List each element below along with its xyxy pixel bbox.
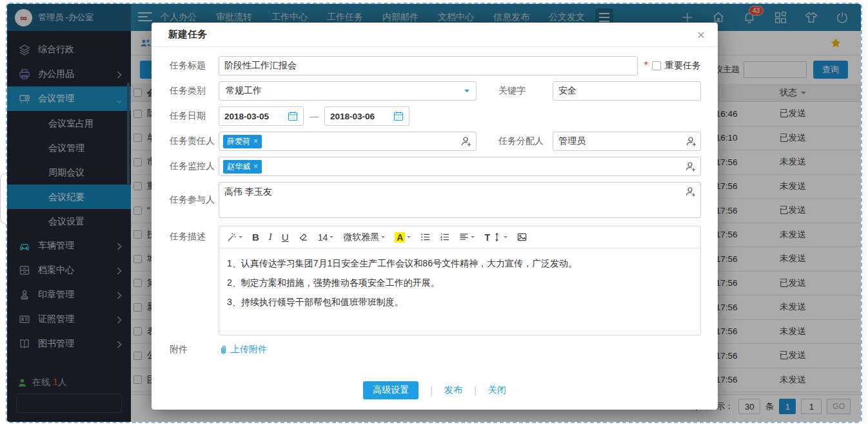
- monitor-tag: 赵华威×: [223, 160, 262, 174]
- close-button[interactable]: 关闭: [488, 384, 506, 396]
- footer-separator: |: [430, 385, 433, 395]
- important-task-label: 重要任务: [665, 60, 701, 72]
- bullet-list-icon[interactable]: [420, 232, 430, 242]
- font-size-select[interactable]: 14: [318, 232, 334, 243]
- font-color-button[interactable]: A: [395, 232, 411, 243]
- paperclip-icon: [219, 345, 228, 355]
- advanced-settings-button[interactable]: 高级设置: [363, 381, 419, 399]
- assigner-label: 任务分配人: [498, 135, 553, 147]
- close-icon[interactable]: ×: [697, 28, 705, 41]
- modal-title: 新建任务: [168, 28, 207, 41]
- date-range-separator: —: [310, 111, 319, 121]
- footer-separator: |: [474, 385, 477, 395]
- keyword-label: 关键字: [498, 85, 553, 97]
- task-title-input[interactable]: [219, 56, 638, 75]
- owner-tag: 薛爱荷×: [223, 135, 262, 148]
- end-date-input[interactable]: 2018-03-06: [324, 106, 409, 126]
- assigner-input[interactable]: [553, 132, 701, 151]
- category-label: 任务类别: [170, 85, 219, 97]
- important-task-checkbox[interactable]: [652, 61, 661, 70]
- sidebar-collapse-handle[interactable]: [0, 173, 6, 224]
- owner-picker[interactable]: 薛爱荷×: [219, 132, 477, 151]
- format-wand-icon[interactable]: [227, 232, 242, 242]
- italic-button[interactable]: I: [269, 232, 272, 243]
- font-family-select[interactable]: 微软雅黑: [343, 232, 385, 243]
- category-select[interactable]: 常规工作: [219, 81, 477, 101]
- new-task-modal: 新建任务 × 任务标题 * 重要任务 任务类别 常规工作 关键字: [152, 23, 718, 410]
- bold-button[interactable]: B: [252, 232, 259, 243]
- numbered-list-icon[interactable]: [440, 232, 449, 242]
- tag-close-icon[interactable]: ×: [253, 137, 258, 146]
- description-label: 任务描述: [170, 226, 219, 243]
- start-date-input[interactable]: 2018-03-05: [219, 106, 304, 126]
- task-title-label: 任务标题: [170, 60, 219, 72]
- underline-button[interactable]: U: [282, 232, 289, 243]
- align-select[interactable]: [459, 232, 475, 242]
- calendar-icon[interactable]: [393, 111, 404, 121]
- person-add-icon[interactable]: [685, 186, 696, 197]
- participants-picker[interactable]: 高伟 李玉友: [219, 182, 701, 218]
- rich-text-editor: B I U 14 微软雅黑 A T 1、认真传达学习集团7: [219, 226, 701, 335]
- person-add-icon[interactable]: [460, 135, 472, 147]
- monitor-picker[interactable]: 赵华威×: [219, 157, 701, 176]
- upload-attachment-link[interactable]: 上传附件: [219, 344, 267, 355]
- description-content[interactable]: 1、认真传达学习集团7月1日安全生产工作会议和86号文件精神，大力宣传，广泛发动…: [219, 248, 700, 335]
- attachment-label: 附件: [170, 344, 219, 355]
- person-add-icon[interactable]: [686, 135, 697, 147]
- publish-button[interactable]: 发布: [444, 384, 462, 396]
- caret-down-icon: [464, 90, 469, 95]
- calendar-icon[interactable]: [288, 111, 298, 121]
- app-window: ∞ 管理员 -办公室 个人办公 审批流转 工作中心 工作任务 内部邮件 文档中心…: [6, 3, 862, 423]
- participants-label: 任务参与人: [170, 194, 219, 206]
- monitor-label: 任务监控人: [170, 161, 219, 172]
- person-add-icon[interactable]: [685, 161, 696, 172]
- keyword-input[interactable]: [553, 81, 701, 101]
- owner-label: 任务责任人: [170, 135, 219, 147]
- line-height-select[interactable]: T: [484, 232, 508, 243]
- date-label: 任务日期: [170, 110, 219, 122]
- eraser-icon[interactable]: [299, 232, 308, 242]
- tag-close-icon[interactable]: ×: [253, 162, 258, 171]
- required-mark: *: [644, 60, 648, 72]
- insert-image-icon[interactable]: [517, 232, 527, 242]
